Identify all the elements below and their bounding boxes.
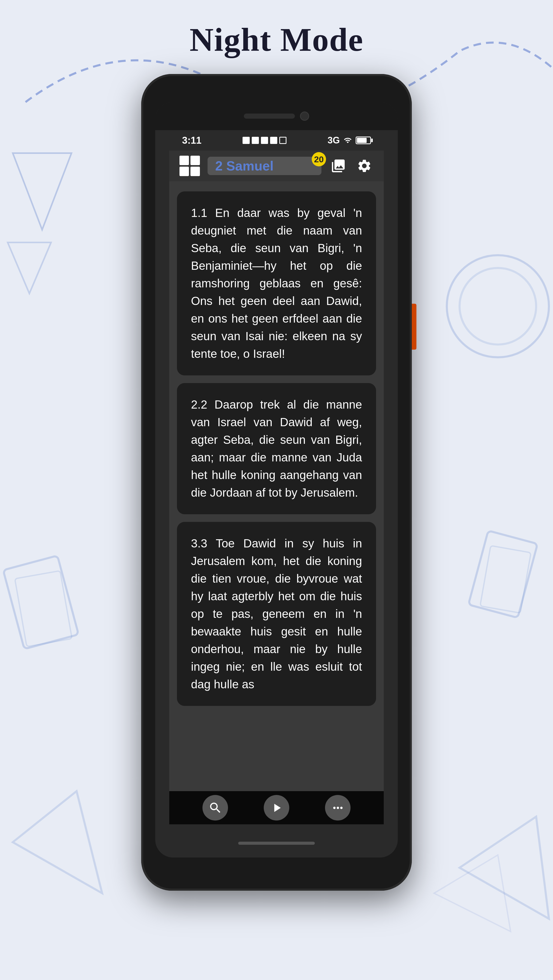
verse-text-1: 1.1 En daar was by geval 'n deugniet met… bbox=[191, 204, 362, 363]
signal-block-1 bbox=[242, 137, 250, 144]
app-header: 2 Samuel 20 bbox=[169, 151, 384, 181]
svg-rect-7 bbox=[480, 546, 531, 613]
play-button[interactable] bbox=[264, 795, 289, 821]
status-network: 3G bbox=[328, 135, 340, 146]
logo-sq-3 bbox=[180, 167, 189, 176]
battery-icon bbox=[355, 137, 371, 144]
phone-speaker bbox=[244, 114, 295, 119]
page-title: Night Mode bbox=[0, 21, 553, 59]
notification-badge: 20 bbox=[312, 152, 326, 166]
settings-icon[interactable] bbox=[355, 157, 373, 175]
verse-text-3: 3.3 Toe Dawid in sy huis in Jerusalem ko… bbox=[191, 535, 362, 693]
svg-marker-0 bbox=[13, 153, 72, 230]
signal-blocks bbox=[242, 137, 287, 144]
search-button[interactable] bbox=[202, 795, 228, 821]
signal-block-4 bbox=[270, 137, 277, 144]
home-indicator bbox=[238, 842, 315, 845]
signal-block-5 bbox=[279, 137, 287, 144]
battery-fill bbox=[357, 138, 367, 143]
verse-card-3: 3.3 Toe Dawid in sy huis in Jerusalem ko… bbox=[177, 522, 376, 706]
signal-icon bbox=[344, 136, 352, 145]
grid-icon[interactable] bbox=[180, 156, 200, 176]
svg-marker-1 bbox=[8, 242, 51, 293]
svg-point-2 bbox=[447, 255, 549, 357]
verse-card-1: 1.1 En daar was by geval 'n deugniet met… bbox=[177, 191, 376, 375]
book-selector[interactable]: 2 Samuel 20 bbox=[207, 157, 322, 175]
signal-block-2 bbox=[252, 137, 259, 144]
logo-sq-1 bbox=[180, 156, 189, 165]
volume-button bbox=[412, 304, 416, 350]
phone-body: 3:11 3G bbox=[141, 74, 412, 891]
logo-sq-2 bbox=[190, 156, 200, 165]
bottom-toolbar bbox=[169, 791, 384, 824]
logo-sq-4 bbox=[190, 167, 200, 176]
svg-rect-5 bbox=[15, 571, 72, 646]
verse-card-2: 2.2 Daarop trek al die manne van Israel … bbox=[177, 383, 376, 514]
verse-text-2: 2.2 Daarop trek al die manne van Israel … bbox=[191, 396, 362, 501]
phone-notch bbox=[155, 102, 398, 130]
content-area: 1.1 En daar was by geval 'n deugniet met… bbox=[169, 181, 384, 824]
status-time: 3:11 bbox=[182, 135, 201, 146]
svg-point-3 bbox=[459, 268, 536, 345]
svg-rect-6 bbox=[469, 531, 538, 618]
phone-mockup: 3:11 3G bbox=[141, 74, 412, 891]
header-actions bbox=[329, 157, 373, 175]
book-name: 2 Samuel bbox=[215, 158, 273, 173]
more-button[interactable] bbox=[325, 795, 351, 821]
image-icon[interactable] bbox=[329, 157, 347, 175]
svg-rect-4 bbox=[3, 555, 78, 649]
phone-camera bbox=[300, 111, 309, 121]
status-bar: 3:11 3G bbox=[169, 130, 384, 151]
signal-block-3 bbox=[261, 137, 268, 144]
phone-screen: 3:11 3G bbox=[155, 102, 398, 858]
status-icons: 3G bbox=[328, 135, 371, 146]
